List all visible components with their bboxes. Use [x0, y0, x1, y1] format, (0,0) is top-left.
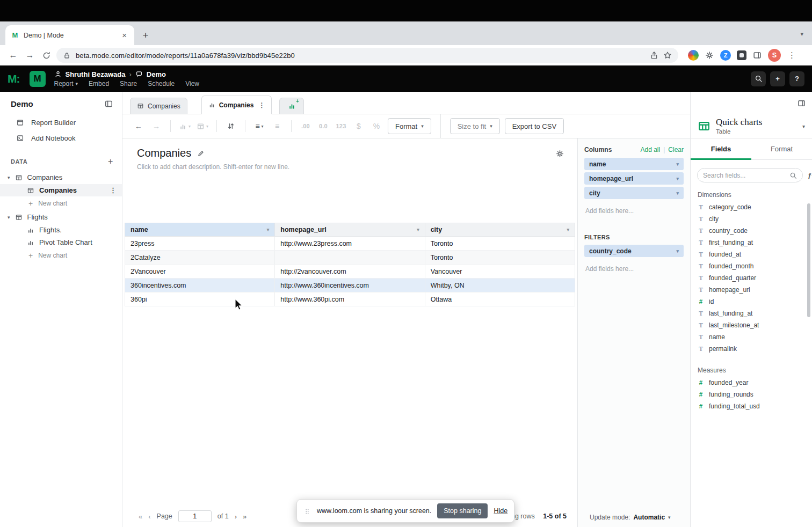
tab-fields[interactable]: Fields: [691, 138, 751, 159]
cell-name[interactable]: 2Vancouver: [125, 265, 275, 279]
cell-homepage-url[interactable]: http://www.360incentives.com: [275, 279, 425, 292]
field-item[interactable]: Tcategory_code: [691, 201, 812, 213]
cell-name[interactable]: 360incentives.com: [125, 279, 275, 292]
cell-city[interactable]: Whitby, ON: [425, 279, 575, 292]
tree-item-companies-viz[interactable]: Companies ⋮: [0, 184, 122, 196]
cell-city[interactable]: Toronto: [425, 251, 575, 265]
clear-link[interactable]: Clear: [668, 146, 684, 153]
cell-name[interactable]: 2Catalyze: [125, 251, 275, 265]
chevron-down-icon[interactable]: ▾: [567, 227, 569, 232]
add-filters-dropzone[interactable]: Add fields here...: [585, 265, 683, 273]
field-item[interactable]: Tname: [691, 331, 812, 343]
chevron-down-icon[interactable]: ▾: [802, 123, 805, 129]
cell-city[interactable]: Ottawa: [425, 292, 575, 306]
fields-scrollbar[interactable]: [807, 203, 810, 317]
chevron-down-icon[interactable]: ▾: [668, 515, 671, 520]
cell-city[interactable]: Toronto: [425, 237, 575, 251]
chart-description-placeholder[interactable]: Click to add chart description. Shift-en…: [137, 163, 564, 171]
chevron-down-icon[interactable]: ▾: [417, 227, 419, 232]
stop-sharing-button[interactable]: Stop sharing: [437, 503, 488, 518]
field-item[interactable]: #funding_rounds: [691, 389, 812, 400]
chevron-down-icon[interactable]: ▾: [676, 191, 679, 196]
cell-city[interactable]: Vancouver: [425, 265, 575, 279]
chevron-down-icon[interactable]: ▾: [676, 176, 679, 181]
field-item[interactable]: Thomepage_url: [691, 284, 812, 296]
currency-format-button[interactable]: $: [352, 119, 365, 134]
align-button[interactable]: ≡▾: [253, 119, 266, 134]
number-format-button[interactable]: 123: [335, 119, 347, 134]
menu-view[interactable]: View: [185, 80, 199, 87]
edit-title-pencil-icon[interactable]: [197, 149, 205, 158]
size-to-fit-button[interactable]: Size to fit▾: [450, 118, 500, 134]
add-calculated-field-icon[interactable]: ƒ+: [808, 171, 812, 179]
menu-share[interactable]: Share: [120, 80, 137, 87]
browser-tab[interactable]: M Demo | Mode ×: [5, 25, 134, 45]
new-chart-companies[interactable]: + New chart: [0, 196, 122, 210]
cell-name[interactable]: 360pi: [125, 292, 275, 306]
table-row[interactable]: 360pi http://www.360pi.com Ottawa: [125, 292, 575, 306]
last-page-button[interactable]: »: [243, 513, 247, 521]
next-page-button[interactable]: ›: [235, 513, 237, 521]
menu-report[interactable]: Report▾: [54, 80, 78, 87]
cell-homepage-url[interactable]: http://2vancouver.com: [275, 265, 425, 279]
collapse-sidebar-icon[interactable]: [104, 99, 113, 108]
header-help-button[interactable]: ?: [789, 71, 804, 86]
viz-tab-companies-table[interactable]: Companies: [130, 98, 187, 114]
table-type-button[interactable]: ▾: [196, 119, 209, 134]
new-viz-tab-button[interactable]: +: [279, 98, 304, 114]
browser-back-button[interactable]: ←: [6, 49, 20, 62]
add-data-icon[interactable]: +: [108, 157, 113, 166]
field-item[interactable]: Tpermalink: [691, 343, 812, 355]
hide-link[interactable]: Hide: [494, 507, 508, 515]
zoom-extension-icon[interactable]: Z: [720, 50, 731, 61]
field-item[interactable]: Tfounded_at: [691, 248, 812, 260]
chevron-down-icon[interactable]: ▾: [8, 215, 10, 220]
table-row-selected[interactable]: 360incentives.com http://www.360incentiv…: [125, 279, 575, 292]
add-all-link[interactable]: Add all: [640, 146, 660, 153]
undo-back-button[interactable]: ←: [132, 119, 145, 134]
tree-item-pivot-table-chart[interactable]: Pivot Table Chart: [0, 236, 122, 248]
column-pill-city[interactable]: city▾: [584, 187, 684, 199]
tab-format[interactable]: Format: [751, 138, 812, 159]
table-row[interactable]: 23press http://www.23press.com Toronto: [125, 237, 575, 251]
bookmark-star-icon[interactable]: [663, 51, 672, 60]
field-item[interactable]: Tfounded_month: [691, 260, 812, 272]
chevron-down-icon[interactable]: ▾: [676, 248, 679, 254]
table-row[interactable]: 2Catalyze Toronto: [125, 251, 575, 265]
chart-title[interactable]: Companies: [137, 147, 191, 159]
address-bar[interactable]: beta.mode.com/editor/mode/reports/11a0a6…: [56, 48, 678, 63]
menu-embed[interactable]: Embed: [89, 80, 109, 87]
menu-schedule[interactable]: Schedule: [148, 80, 175, 87]
browser-reload-button[interactable]: [40, 49, 53, 62]
extension-color-icon[interactable]: [688, 50, 699, 61]
side-panel-icon[interactable]: [752, 50, 762, 60]
field-item[interactable]: #funding_total_usd: [691, 400, 812, 412]
chart-type-button[interactable]: ▾: [178, 119, 191, 134]
decimal-increase-button[interactable]: .00: [299, 119, 312, 134]
chart-settings-gear-icon[interactable]: [555, 149, 564, 158]
search-fields-input[interactable]: [703, 172, 786, 179]
extension-gear-icon[interactable]: [705, 50, 714, 60]
new-tab-button[interactable]: +: [139, 28, 153, 42]
previous-page-button[interactable]: ‹: [148, 513, 150, 521]
decimal-decrease-button[interactable]: 0.0: [317, 119, 330, 134]
chevron-down-icon[interactable]: ▾: [267, 227, 270, 232]
field-item[interactable]: Tlast_milestone_at: [691, 319, 812, 331]
update-mode-value[interactable]: Automatic: [633, 514, 665, 521]
column-pill-homepage-url[interactable]: homepage_url▾: [584, 172, 684, 185]
item-menu-icon[interactable]: ⋮: [110, 186, 117, 194]
tree-item-flights-viz[interactable]: Flights.: [0, 224, 122, 236]
share-page-icon[interactable]: [650, 51, 658, 60]
field-item[interactable]: Tlast_funding_at: [691, 308, 812, 319]
table-row[interactable]: 2Vancouver http://2vancouver.com Vancouv…: [125, 265, 575, 279]
tree-group-flights[interactable]: ▾ Flights: [0, 210, 122, 224]
cell-homepage-url[interactable]: [275, 251, 425, 265]
field-item[interactable]: Tfounded_quarter: [691, 272, 812, 284]
viz-tab-menu-icon[interactable]: ⋮: [258, 101, 265, 109]
breadcrumb-report[interactable]: Demo: [147, 70, 166, 78]
tab-search-icon[interactable]: ▾: [800, 31, 803, 38]
sidebar-item-add-notebook[interactable]: Add Notebook: [0, 130, 122, 146]
align-center-button[interactable]: ≡: [271, 119, 284, 134]
chevron-down-icon[interactable]: ▾: [676, 162, 679, 167]
drag-handle-icon[interactable]: [303, 507, 311, 515]
